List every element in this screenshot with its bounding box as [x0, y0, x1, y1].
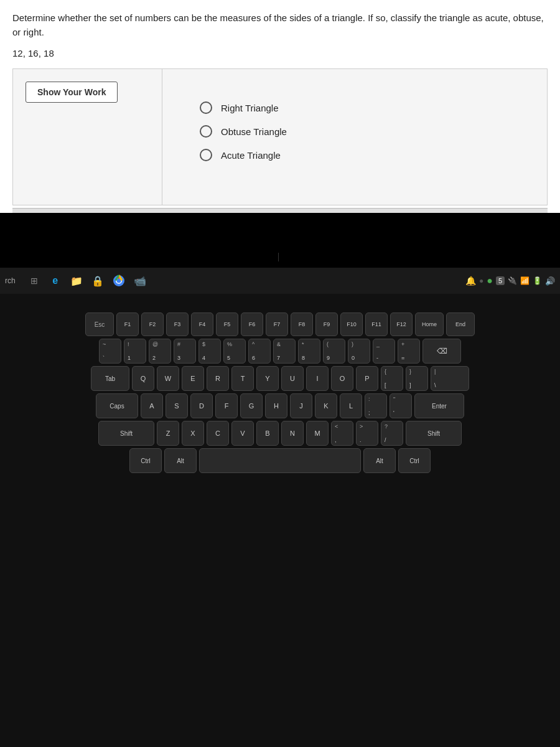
taskbar-right: 🔔 ● ● 5 🔌 📶 🔋 🔊 — [465, 275, 555, 286]
key-ctrl-right[interactable]: Ctrl — [398, 448, 431, 473]
key-v[interactable]: V — [231, 421, 254, 446]
key-o[interactable]: O — [331, 366, 353, 391]
key-rbracket[interactable]: }] — [406, 366, 428, 391]
key-esc[interactable]: Esc — [85, 312, 114, 336]
key-e[interactable]: E — [182, 366, 204, 391]
key-f4[interactable]: F4 — [191, 312, 213, 336]
key-f9[interactable]: F9 — [315, 312, 338, 336]
key-b[interactable]: B — [256, 421, 279, 446]
key-backtick[interactable]: ~` — [99, 339, 121, 364]
key-9[interactable]: (9 — [323, 339, 345, 364]
key-x[interactable]: X — [182, 421, 204, 446]
key-3[interactable]: #3 — [174, 339, 196, 364]
key-period[interactable]: >. — [356, 421, 378, 446]
right-triangle-radio[interactable] — [200, 101, 212, 114]
key-h[interactable]: H — [265, 393, 287, 418]
taskbar-dot1: ● — [479, 276, 483, 285]
key-1[interactable]: !1 — [124, 339, 146, 364]
key-comma[interactable]: <, — [331, 421, 353, 446]
key-f12[interactable]: F12 — [390, 312, 413, 336]
key-f3[interactable]: F3 — [166, 312, 189, 336]
key-backslash[interactable]: |\ — [431, 366, 469, 391]
key-w[interactable]: W — [157, 366, 179, 391]
taskbar-chrome-icon[interactable] — [110, 272, 128, 289]
key-equals[interactable]: += — [398, 339, 420, 364]
key-f5[interactable]: F5 — [216, 312, 238, 336]
key-space[interactable] — [199, 448, 361, 473]
key-home[interactable]: Home — [415, 312, 444, 336]
key-6[interactable]: ^6 — [248, 339, 271, 364]
key-semicolon[interactable]: :; — [365, 393, 387, 418]
key-alt-right[interactable]: Alt — [363, 448, 396, 473]
key-5[interactable]: %5 — [223, 339, 246, 364]
key-ctrl-left[interactable]: Ctrl — [129, 448, 162, 473]
key-quote[interactable]: "' — [390, 393, 412, 418]
key-f10[interactable]: F10 — [340, 312, 363, 336]
key-minus[interactable]: _- — [373, 339, 395, 364]
key-k[interactable]: K — [315, 393, 337, 418]
key-a[interactable]: A — [141, 393, 163, 418]
key-8[interactable]: *8 — [298, 339, 320, 364]
key-shift-left[interactable]: Shift — [98, 421, 154, 446]
right-triangle-label: Right Triangle — [221, 103, 279, 113]
key-f8[interactable]: F8 — [291, 312, 313, 336]
taskbar-badge: 5 — [496, 276, 505, 285]
key-i[interactable]: I — [306, 366, 329, 391]
acute-triangle-radio[interactable] — [200, 149, 212, 161]
key-lbracket[interactable]: {[ — [381, 366, 403, 391]
key-n[interactable]: N — [281, 421, 304, 446]
taskbar-folder-icon[interactable]: 📁 — [68, 272, 85, 289]
top-letter-row: Tab Q W E R T Y U I O P {[ }] |\ — [91, 366, 469, 391]
right-triangle-option[interactable]: Right Triangle — [200, 101, 510, 114]
acute-triangle-option[interactable]: Acute Triangle — [200, 149, 510, 161]
key-tab[interactable]: Tab — [91, 366, 129, 391]
key-alt-left[interactable]: Alt — [164, 448, 197, 473]
key-d[interactable]: D — [190, 393, 213, 418]
taskbar-lock-icon[interactable]: 🔒 — [89, 272, 106, 289]
key-shift-right[interactable]: Shift — [406, 421, 462, 446]
taskbar: rch ⊞ e 📁 🔒 📹 🔔 ● ● 5 🔌 📶 🔋 🔊 — [0, 268, 560, 294]
key-s[interactable]: S — [166, 393, 188, 418]
taskbar-grid-icon[interactable]: ⊞ — [26, 272, 43, 289]
key-backspace[interactable]: ⌫ — [422, 339, 461, 364]
taskbar-notification-icon: 🔔 — [465, 276, 476, 286]
key-7[interactable]: &7 — [273, 339, 296, 364]
taskbar-power-icon: 🔌 — [508, 276, 517, 285]
key-4[interactable]: $4 — [198, 339, 221, 364]
taskbar-video-icon[interactable]: 📹 — [131, 272, 149, 289]
key-f11[interactable]: F11 — [365, 312, 388, 336]
key-f7[interactable]: F7 — [266, 312, 288, 336]
key-z[interactable]: Z — [157, 421, 179, 446]
key-f1[interactable]: F1 — [116, 312, 139, 336]
obtuse-triangle-label: Obtuse Triangle — [221, 126, 287, 137]
obtuse-triangle-option[interactable]: Obtuse Triangle — [200, 125, 510, 138]
key-0[interactable]: )0 — [348, 339, 370, 364]
key-slash[interactable]: ?/ — [381, 421, 403, 446]
key-f6[interactable]: F6 — [241, 312, 263, 336]
key-j[interactable]: J — [290, 393, 312, 418]
taskbar-edge-icon[interactable]: e — [47, 272, 64, 289]
key-enter[interactable]: Enter — [414, 393, 464, 418]
key-f2[interactable]: F2 — [141, 312, 164, 336]
taskbar-search-text: rch — [5, 276, 16, 285]
key-m[interactable]: M — [306, 421, 329, 446]
num-row: ~` !1 @2 #3 $4 %5 ^6 &7 *8 (9 )0 _- += ⌫ — [99, 339, 461, 364]
content-area: Determine whether the set of numbers can… — [0, 0, 560, 213]
key-u[interactable]: U — [281, 366, 304, 391]
key-t[interactable]: T — [231, 366, 254, 391]
key-y[interactable]: Y — [256, 366, 279, 391]
key-end[interactable]: End — [446, 312, 475, 336]
key-l[interactable]: L — [340, 393, 362, 418]
key-p[interactable]: P — [356, 366, 378, 391]
key-2[interactable]: @2 — [149, 339, 171, 364]
key-q[interactable]: Q — [132, 366, 154, 391]
key-c[interactable]: C — [207, 421, 229, 446]
taskbar-dot2: ● — [487, 275, 493, 286]
key-caps[interactable]: Caps — [96, 393, 138, 418]
key-r[interactable]: R — [207, 366, 229, 391]
taskbar-signal-icon: 📶 — [520, 276, 530, 285]
show-work-button[interactable]: Show Your Work — [26, 82, 118, 103]
obtuse-triangle-radio[interactable] — [200, 125, 212, 138]
key-g[interactable]: G — [240, 393, 263, 418]
key-f[interactable]: F — [215, 393, 238, 418]
